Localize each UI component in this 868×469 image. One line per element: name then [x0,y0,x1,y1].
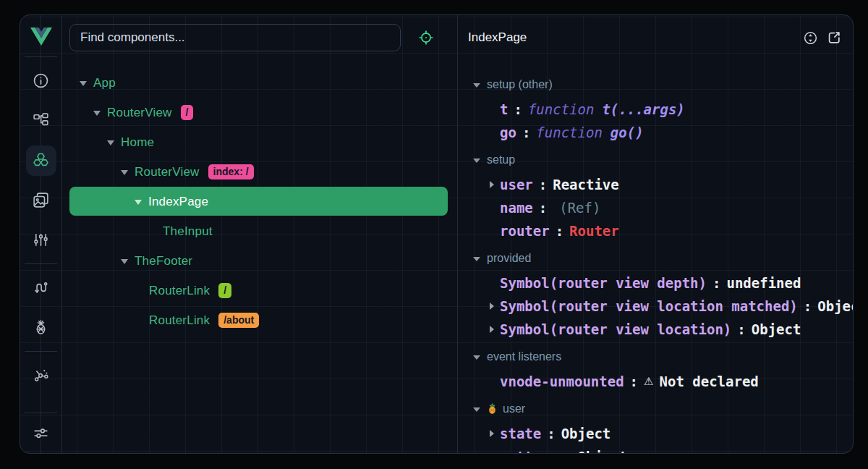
colon [533,177,553,193]
sidebar-item-router[interactable] [20,268,61,308]
expand-arrow-icon[interactable] [490,326,494,333]
tree-row-routerview-index[interactable]: RouterView index: / [62,157,457,187]
open-in-editor-button[interactable] [825,29,843,46]
state-key: router [500,223,550,239]
tree-row-thefooter[interactable]: TheFooter [62,246,457,276]
state-value: (Ref) [559,200,600,216]
colon [516,124,536,140]
function-signature: t(...args) [602,101,684,117]
inspector-state-tree: setup (other) t function t(...args) go f… [458,72,853,453]
state-row-router-view-location[interactable]: Symbol(router view location) Object [458,318,853,341]
section-header[interactable]: setup [458,147,853,173]
sidebar-item-pinia[interactable] [20,308,61,347]
component-inspector-panel: IndexPage [458,15,853,453]
sidebar-item-graph[interactable] [20,355,61,395]
tree-row-routerlink-home[interactable]: RouterLink / [62,276,457,305]
state-key: name [500,200,533,216]
inspector-header: IndexPage [458,24,853,51]
collapse-arrow-icon[interactable] [473,83,480,88]
scroll-to-component-icon [802,30,819,46]
sidebar-item-settings[interactable] [20,413,61,453]
route-badge: / [181,105,194,120]
tree-row-routerlink-about[interactable]: RouterLink /about [62,305,457,335]
component-name: RouterLink [149,284,210,298]
function-keyword: function [536,124,603,140]
colon [558,449,577,453]
colon [508,101,527,117]
state-row-getters[interactable]: getters Object [458,445,853,453]
colon [541,426,561,441]
state-key: user [500,177,533,193]
colon [798,298,817,314]
state-key: state [500,426,541,441]
collapse-arrow-icon[interactable] [80,81,87,86]
expand-arrow-icon[interactable] [490,303,494,310]
collapse-arrow-icon[interactable] [473,407,480,412]
inspected-component-title: IndexPage [468,30,527,45]
state-row-router-view-location-matched[interactable]: Symbol(router view location matched) Obj… [458,295,853,318]
component-tree: App RouterView / Home RouterView index: … [62,68,457,335]
vue-devtools-window: App RouterView / Home RouterView index: … [20,14,854,454]
sidebar-group-plugins [20,264,61,351]
sidebar-item-pages[interactable] [20,101,61,140]
component-name: RouterView [135,165,200,179]
state-row-name[interactable]: name (Ref) [458,196,853,219]
component-name: TheFooter [135,254,192,269]
collapse-arrow-icon[interactable] [473,355,480,360]
collapse-arrow-icon[interactable] [473,159,480,163]
pinia-pineapple-icon [487,402,498,415]
sidebar [20,15,62,453]
route-badge: index: / [208,164,254,179]
section-provided: provided Symbol(router view depth) undef… [458,245,853,341]
state-row-t[interactable]: t function t(...args) [458,98,853,121]
component-name: IndexPage [148,195,208,209]
sidebar-item-assets[interactable] [20,180,61,220]
section-header[interactable]: event listeners [458,344,853,370]
collapse-arrow-icon[interactable] [107,140,114,145]
component-name: Home [121,135,154,150]
expand-arrow-icon[interactable] [490,181,494,188]
collapse-arrow-icon[interactable] [121,170,128,175]
section-header[interactable]: setup (other) [458,72,853,98]
state-value: Router [569,223,619,239]
section-setup: setup user Reactive name (Ref) router Ro… [458,147,853,242]
section-header[interactable]: provided [458,245,853,271]
inspector-actions [801,29,843,46]
component-name: TheInput [163,224,213,239]
expand-arrow-icon[interactable] [490,430,494,437]
state-row-router[interactable]: router Router [458,219,853,242]
tree-row-routerview[interactable]: RouterView / [62,98,457,127]
tree-row-indexpage-selected[interactable]: IndexPage [62,187,457,216]
section-label: provided [487,252,531,265]
sidebar-item-info[interactable] [20,61,61,101]
collapse-arrow-icon[interactable] [121,259,128,264]
state-row-go[interactable]: go function go() [458,121,853,144]
section-label: user [503,402,525,415]
state-value: Object [752,321,801,337]
collapse-arrow-icon[interactable] [135,200,142,205]
tree-row-home[interactable]: Home [62,127,457,157]
collapse-arrow-icon[interactable] [473,257,480,261]
section-header[interactable]: user [458,396,853,422]
state-row-user[interactable]: user Reactive [458,173,853,196]
state-row-vnode-unmounted[interactable]: vnode-unmounted Not declared [458,370,853,393]
component-tree-panel: App RouterView / Home RouterView index: … [62,15,458,453]
sidebar-item-timeline[interactable] [20,220,61,260]
open-in-editor-icon [826,30,842,46]
state-key: vnode-unmounted [500,373,624,389]
state-value: Object [817,298,853,314]
colon [731,321,751,337]
state-value: Reactive [553,177,619,193]
search-input[interactable] [69,24,401,51]
select-component-in-page-button[interactable] [416,28,436,48]
state-key: Symbol(router view location) [500,321,731,337]
collapse-arrow-icon[interactable] [93,111,101,116]
state-row-state[interactable]: state Object [458,422,853,445]
warning-icon [644,375,653,388]
scroll-to-component-button[interactable] [801,29,819,46]
state-row-router-view-depth[interactable]: Symbol(router view depth) undefined [458,271,853,295]
section-setup-other: setup (other) t function t(...args) go f… [458,72,853,144]
tree-row-theinput[interactable]: TheInput [62,216,457,246]
tree-row-app[interactable]: App [62,68,457,98]
sidebar-item-components[interactable] [20,140,61,180]
